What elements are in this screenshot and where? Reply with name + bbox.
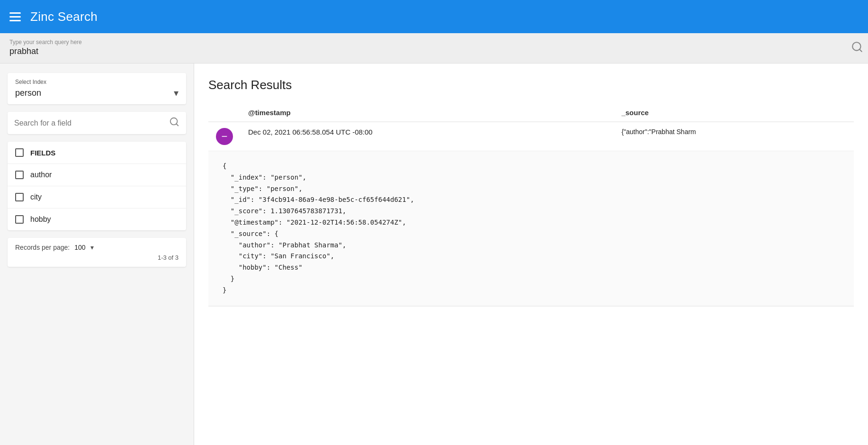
search-bar-container: Type your search query here xyxy=(0,33,868,64)
fields-header-checkbox[interactable] xyxy=(15,148,24,157)
field-label-hobby: hobby xyxy=(30,215,51,224)
field-search-container xyxy=(8,112,186,134)
timestamp-value: Dec 02, 2021 06:56:58.054 UTC -08:00 xyxy=(248,128,373,136)
chevron-down-icon: ▾ xyxy=(174,87,179,99)
col-source: _source xyxy=(614,104,854,122)
search-input[interactable] xyxy=(9,38,859,58)
results-table: @timestamp _source − Dec 02, 2021 06:56:… xyxy=(208,104,854,307)
records-count: 1-3 of 3 xyxy=(15,254,179,261)
field-item-author[interactable]: author xyxy=(8,164,186,186)
field-search-input[interactable] xyxy=(14,119,169,127)
select-index-container: Select Index person ▾ xyxy=(8,73,186,104)
records-value: 100 xyxy=(74,244,85,251)
col-expand xyxy=(208,104,241,122)
svg-line-1 xyxy=(859,49,862,52)
field-search-icon xyxy=(169,117,179,129)
source-cell: {"author":"Prabhat Sharm xyxy=(614,122,854,151)
field-checkbox-city[interactable] xyxy=(15,193,24,201)
table-header-row: @timestamp _source xyxy=(208,104,854,122)
records-label: Records per page: xyxy=(15,244,70,251)
app-title: Zinc Search xyxy=(30,9,98,24)
field-checkbox-hobby[interactable] xyxy=(15,215,24,224)
records-container: Records per page: 100 ▾ 1-3 of 3 xyxy=(8,238,186,267)
header: Zinc Search xyxy=(0,0,868,33)
fields-header-label: FIELDS xyxy=(30,149,55,157)
table-row-expanded: { "_index": "person", "_type": "person",… xyxy=(208,151,854,307)
search-results-title: Search Results xyxy=(208,78,854,92)
field-label-author: author xyxy=(30,171,52,179)
search-wrapper: Type your search query here xyxy=(9,38,859,58)
row-toggle-cell: − xyxy=(208,122,241,151)
field-item-hobby[interactable]: hobby xyxy=(8,209,186,230)
hamburger-menu-button[interactable] xyxy=(9,12,21,21)
field-label-city: city xyxy=(30,193,42,201)
content-area: Search Results @timestamp _source − Dec … xyxy=(194,64,868,445)
source-value: {"author":"Prabhat Sharm xyxy=(621,128,696,136)
timestamp-cell: Dec 02, 2021 06:56:58.054 UTC -08:00 xyxy=(241,122,614,151)
sidebar: Select Index person ▾ FIELDS xyxy=(0,64,194,445)
table-row: − Dec 02, 2021 06:56:58.054 UTC -08:00 {… xyxy=(208,122,854,151)
field-item-city[interactable]: city xyxy=(8,186,186,209)
json-expansion: { "_index": "person", "_type": "person",… xyxy=(208,151,854,306)
fields-list: FIELDS author city hobby xyxy=(8,142,186,230)
field-checkbox-author[interactable] xyxy=(15,171,24,179)
select-index-dropdown[interactable]: person ▾ xyxy=(15,87,179,99)
col-timestamp: @timestamp xyxy=(241,104,614,122)
main-layout: Select Index person ▾ FIELDS xyxy=(0,64,868,445)
json-content: { "_index": "person", "_type": "person",… xyxy=(223,161,840,296)
svg-line-3 xyxy=(176,124,178,126)
records-chevron-icon[interactable]: ▾ xyxy=(90,244,94,251)
select-index-value: person xyxy=(15,88,41,98)
json-expansion-cell: { "_index": "person", "_type": "person",… xyxy=(208,151,854,307)
search-button[interactable] xyxy=(851,41,863,56)
search-placeholder: Type your search query here xyxy=(9,39,82,45)
fields-header-item: FIELDS xyxy=(8,142,186,164)
select-index-label: Select Index xyxy=(15,79,179,85)
records-row: Records per page: 100 ▾ xyxy=(15,244,179,251)
row-expand-button[interactable]: − xyxy=(216,128,233,145)
